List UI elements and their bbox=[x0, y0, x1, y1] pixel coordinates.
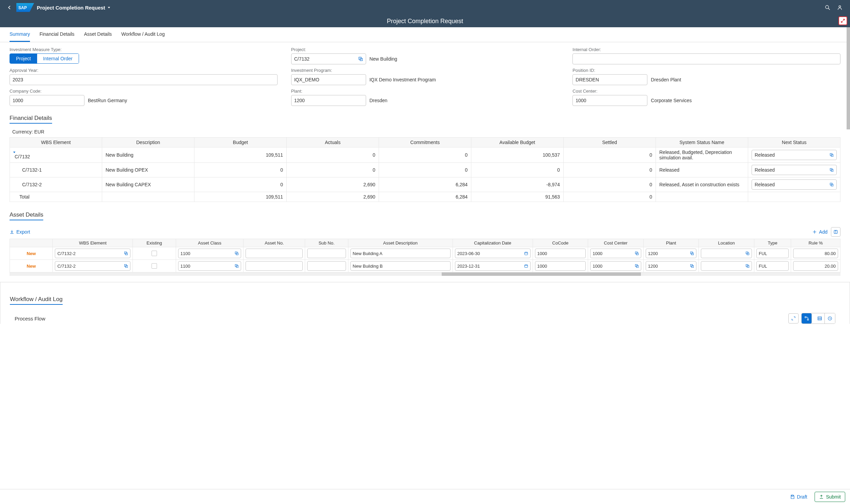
asset-subno-input[interactable] bbox=[307, 261, 346, 271]
valuehelp-icon[interactable] bbox=[124, 251, 128, 255]
fullscreen-button[interactable] bbox=[838, 16, 847, 25]
valuehelp-icon[interactable] bbox=[358, 57, 363, 61]
input-cost-center[interactable]: 1000 bbox=[572, 95, 647, 106]
chevron-down-icon bbox=[107, 6, 111, 9]
asset-type-input[interactable]: FUL bbox=[756, 261, 789, 271]
add-button[interactable]: Add bbox=[812, 229, 828, 235]
valuehelp-icon[interactable] bbox=[635, 264, 639, 268]
next-status-select[interactable]: Released bbox=[752, 165, 837, 175]
asset-rule-input[interactable]: 20.00 bbox=[793, 261, 838, 271]
asset-cocode-input[interactable]: 1000 bbox=[535, 249, 586, 258]
label-plant: Plant: bbox=[291, 89, 559, 94]
total-label: Total bbox=[10, 192, 102, 202]
search-button[interactable] bbox=[821, 1, 834, 14]
cell-budget: 0 bbox=[194, 163, 287, 177]
valuehelp-icon[interactable] bbox=[830, 153, 834, 157]
text-cost-center-desc: Corporate Services bbox=[651, 98, 692, 103]
tab-summary[interactable]: Summary bbox=[10, 27, 30, 42]
asset-location-input[interactable] bbox=[701, 249, 752, 258]
asset-class-input[interactable]: 1100 bbox=[178, 249, 241, 258]
asset-status-badge: New bbox=[27, 264, 36, 269]
asset-rule-input[interactable]: 80.00 bbox=[793, 249, 838, 258]
process-flow-title: Process Flow bbox=[15, 316, 45, 321]
seg-internal-order[interactable]: Internal Order bbox=[37, 54, 79, 63]
tab-financial-details[interactable]: Financial Details bbox=[40, 27, 75, 42]
valuehelp-icon[interactable] bbox=[235, 251, 239, 255]
valuehelp-icon[interactable] bbox=[635, 251, 639, 255]
download-icon bbox=[10, 230, 14, 234]
valuehelp-icon[interactable] bbox=[745, 251, 750, 255]
asset-wbs-input[interactable]: C/7132-2 bbox=[55, 261, 130, 271]
pf-view-flow-button[interactable] bbox=[802, 313, 812, 324]
asset-desc-input[interactable]: New Building B bbox=[350, 261, 451, 271]
tab-asset-details[interactable]: Asset Details bbox=[84, 27, 112, 42]
pf-view-table-button[interactable] bbox=[815, 313, 825, 324]
asset-cc-input[interactable]: 1000 bbox=[590, 249, 641, 258]
asset-no-input[interactable] bbox=[246, 261, 303, 271]
shell-title-dropdown[interactable]: Project Completion Request bbox=[37, 5, 111, 11]
input-position-id[interactable]: DRESDEN bbox=[572, 74, 647, 85]
valuehelp-icon[interactable] bbox=[690, 251, 694, 255]
asset-table-horizontal-scrollbar[interactable] bbox=[10, 272, 840, 276]
asset-location-input[interactable] bbox=[701, 261, 752, 271]
segmented-inv-measure-type[interactable]: Project Internal Order bbox=[10, 53, 79, 64]
cell-desc: New Building bbox=[102, 147, 194, 163]
expand-toggle[interactable] bbox=[13, 151, 98, 154]
back-button[interactable] bbox=[4, 2, 15, 13]
input-project[interactable]: C/7132 bbox=[291, 53, 366, 64]
valuehelp-icon[interactable] bbox=[124, 264, 128, 268]
page-title: Project Completion Request bbox=[387, 18, 463, 25]
asset-plant-input[interactable]: 1200 bbox=[646, 249, 697, 258]
calendar-icon[interactable] bbox=[524, 264, 528, 268]
asset-status-badge: New bbox=[27, 251, 36, 256]
input-plant[interactable]: 1200 bbox=[291, 95, 366, 106]
general-form: Investment Measure Type: Project Interna… bbox=[10, 47, 840, 106]
input-internal-order[interactable] bbox=[572, 53, 840, 64]
input-company-code[interactable]: 1000 bbox=[10, 95, 84, 106]
acol-class: Asset Class bbox=[176, 239, 243, 247]
info-button[interactable] bbox=[831, 227, 840, 237]
asset-subno-input[interactable] bbox=[307, 249, 346, 258]
expand-icon bbox=[791, 316, 796, 321]
asset-existing-checkbox[interactable] bbox=[152, 251, 157, 256]
expand-icon bbox=[840, 18, 845, 23]
export-button[interactable]: Export bbox=[10, 229, 30, 235]
valuehelp-icon[interactable] bbox=[745, 264, 750, 268]
page-vertical-scrollbar[interactable] bbox=[847, 27, 850, 129]
acol-wbs: WBS Element bbox=[53, 239, 133, 247]
input-inv-program[interactable]: IQX_DEMO bbox=[291, 74, 366, 85]
asset-wbs-input[interactable]: C/7132-2 bbox=[55, 249, 130, 258]
input-approval-year[interactable]: 2023 bbox=[10, 74, 278, 85]
cell-avail: 100,537 bbox=[471, 147, 564, 163]
asset-plant-input[interactable]: 1200 bbox=[646, 261, 697, 271]
asset-cocode-input[interactable]: 1000 bbox=[535, 261, 586, 271]
pf-view-history-button[interactable] bbox=[825, 313, 835, 324]
flow-icon bbox=[804, 316, 809, 321]
next-status-select[interactable]: Released bbox=[752, 179, 837, 190]
valuehelp-icon[interactable] bbox=[830, 183, 834, 187]
next-status-select[interactable]: Released bbox=[752, 150, 837, 160]
valuehelp-icon[interactable] bbox=[235, 264, 239, 268]
cell-budget: 109,511 bbox=[194, 147, 287, 163]
valuehelp-icon[interactable] bbox=[690, 264, 694, 268]
asset-capdate-input[interactable]: 2023-12-31 bbox=[455, 261, 531, 271]
asset-class-input[interactable]: 1100 bbox=[178, 261, 241, 271]
asset-type-input[interactable]: FUL bbox=[756, 249, 789, 258]
col-commit: Commitments bbox=[379, 138, 471, 147]
asset-cc-input[interactable]: 1000 bbox=[590, 261, 641, 271]
pf-fullscreen-button[interactable] bbox=[788, 313, 799, 324]
asset-wbs-input-value: C/7132-2 bbox=[57, 251, 75, 256]
asset-class-input-value: 1100 bbox=[180, 264, 190, 269]
asset-existing-checkbox[interactable] bbox=[152, 263, 157, 269]
svg-marker-10 bbox=[13, 152, 16, 153]
user-button[interactable] bbox=[834, 1, 846, 14]
financial-total-row: Total109,5112,6906,28491,5630 bbox=[10, 192, 840, 202]
seg-project[interactable]: Project bbox=[10, 54, 37, 63]
calendar-icon[interactable] bbox=[524, 251, 528, 255]
asset-no-input[interactable] bbox=[246, 249, 303, 258]
asset-capdate-input[interactable]: 2023-06-30 bbox=[455, 249, 531, 258]
asset-rule-input-value: 80.00 bbox=[824, 251, 836, 256]
asset-desc-input[interactable]: New Building A bbox=[350, 249, 451, 258]
valuehelp-icon[interactable] bbox=[830, 168, 834, 172]
tab-workflow-audit-log[interactable]: Workflow / Audit Log bbox=[121, 27, 164, 42]
